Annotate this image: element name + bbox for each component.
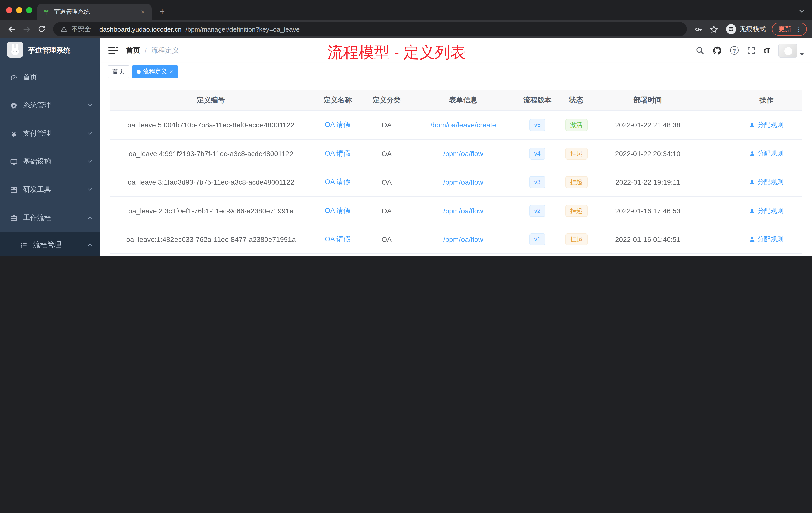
sidebar-item-process-management[interactable]: 流程管理 xyxy=(0,232,100,256)
assign-rule-button[interactable]: 分配规则 xyxy=(750,120,784,129)
sidebar: 芋道管理系统 首页 系统管理 ¥ 支付管理 xyxy=(0,38,100,256)
tab-close-icon[interactable]: × xyxy=(139,8,147,16)
cell-filler xyxy=(700,225,731,253)
chevron-down-icon xyxy=(88,102,92,107)
sidebar-item-label: 研发工具 xyxy=(23,185,51,194)
browser-window: 芋道管理系统 × + 不安全 dashboard.yudao.iocoder.c… xyxy=(0,0,812,256)
user-menu[interactable] xyxy=(778,43,804,58)
tag-close-icon[interactable]: × xyxy=(170,68,173,75)
browser-update-button[interactable]: 更新 ⋮ xyxy=(772,23,807,36)
definition-name-link[interactable]: OA 请假 xyxy=(325,235,351,243)
form-link[interactable]: /bpm/oa/flow xyxy=(443,235,483,243)
security-label[interactable]: 不安全 xyxy=(71,25,91,34)
security-warning-icon xyxy=(60,26,67,33)
table-row: oa_leave:1:482ec033-762a-11ec-8477-a2380… xyxy=(111,225,802,253)
tag-process-definition[interactable]: 流程定义 × xyxy=(132,65,178,78)
version-tag: v3 xyxy=(529,176,545,188)
sidebar-item-home[interactable]: 首页 xyxy=(0,63,100,91)
browser-menu-dots-icon[interactable]: ⋮ xyxy=(795,26,803,33)
version-tag: v5 xyxy=(529,119,545,131)
person-icon xyxy=(750,208,755,214)
sidebar-item-label: 首页 xyxy=(23,73,37,82)
back-button[interactable] xyxy=(5,23,18,36)
tags-view-bar: 首页 流程定义 × xyxy=(100,63,812,80)
tab-title: 芋道管理系统 xyxy=(54,7,135,16)
status-tag: 挂起 xyxy=(565,147,587,159)
assign-rule-button[interactable]: 分配规则 xyxy=(750,235,784,244)
col-definition-id: 定义编号 xyxy=(111,90,311,111)
tag-home[interactable]: 首页 xyxy=(108,65,129,78)
col-definition-category: 定义分类 xyxy=(364,90,409,111)
col-actions: 操作 xyxy=(731,90,802,111)
breadcrumb-home[interactable]: 首页 xyxy=(126,46,140,55)
avatar-caret-icon xyxy=(800,53,804,56)
cell-definition-id: oa_leave:4:991f2193-7b7f-11ec-a3c8-acde4… xyxy=(111,139,311,168)
navbar-actions: ? tT xyxy=(696,43,804,58)
definition-name-link[interactable]: OA 请假 xyxy=(325,149,351,157)
window-controls xyxy=(6,7,32,13)
window-zoom-button[interactable] xyxy=(26,7,32,13)
incognito-icon xyxy=(726,24,736,34)
sidebar-item-payment[interactable]: ¥ 支付管理 xyxy=(0,119,100,148)
cell-deploy-time: 2022-01-16 01:40:51 xyxy=(595,225,700,253)
sidebar-item-infrastructure[interactable]: 基础设施 xyxy=(0,148,100,176)
form-link[interactable]: /bpm/oa/flow xyxy=(443,207,483,215)
table-row: oa_leave:4:991f2193-7b7f-11ec-a3c8-acde4… xyxy=(111,139,802,168)
new-tab-button[interactable]: + xyxy=(156,5,169,18)
person-icon xyxy=(750,150,755,156)
password-key-icon[interactable] xyxy=(692,23,705,36)
col-process-version: 流程版本 xyxy=(517,90,557,111)
version-tag: v1 xyxy=(529,233,545,245)
table-header-row: 定义编号 定义名称 定义分类 表单信息 流程版本 状态 部署时间 操作 xyxy=(111,90,802,111)
url-domain: dashboard.yudao.iocoder.cn xyxy=(99,25,181,33)
cell-category: OA xyxy=(364,168,409,196)
fullscreen-icon[interactable] xyxy=(747,47,755,55)
definition-name-link[interactable]: OA 请假 xyxy=(325,120,351,128)
version-tag: v4 xyxy=(529,147,545,159)
hamburger-icon[interactable] xyxy=(109,46,118,55)
assign-rule-button[interactable]: 分配规则 xyxy=(750,177,784,186)
user-avatar[interactable] xyxy=(778,43,798,58)
col-filler xyxy=(700,90,731,111)
top-navbar: 首页 / 流程定义 ? tT xyxy=(100,38,812,63)
sidebar-item-label: 系统管理 xyxy=(23,101,51,110)
cell-deploy-time: 2022-01-22 21:48:38 xyxy=(595,111,700,139)
dashboard-icon xyxy=(10,73,18,81)
update-label: 更新 xyxy=(778,25,791,34)
chevron-down-icon xyxy=(88,187,92,191)
font-size-icon[interactable]: tT xyxy=(764,46,770,55)
cell-category: OA xyxy=(364,111,409,139)
browser-tab[interactable]: 芋道管理系统 × xyxy=(37,3,152,20)
cell-filler xyxy=(700,139,731,168)
tab-search-chevron-icon[interactable] xyxy=(799,6,805,15)
bookmark-star-icon[interactable] xyxy=(707,23,720,36)
github-icon[interactable] xyxy=(713,46,722,55)
search-icon[interactable] xyxy=(696,46,704,55)
version-tag: v2 xyxy=(529,205,545,217)
assign-rule-button[interactable]: 分配规则 xyxy=(750,149,784,158)
definition-name-link[interactable]: OA 请假 xyxy=(325,177,351,185)
address-bar[interactable]: 不安全 dashboard.yudao.iocoder.cn/bpm/manag… xyxy=(53,22,687,36)
window-close-button[interactable] xyxy=(6,7,12,13)
person-icon xyxy=(750,236,755,242)
cell-filler xyxy=(700,168,731,196)
sidebar-item-system[interactable]: 系统管理 xyxy=(0,91,100,119)
form-link[interactable]: /bpm/oa/leave/create xyxy=(430,121,496,129)
form-link[interactable]: /bpm/oa/flow xyxy=(443,178,483,186)
person-icon xyxy=(750,179,755,185)
sidebar-item-workflow[interactable]: 工作流程 xyxy=(0,204,100,232)
window-minimize-button[interactable] xyxy=(16,7,22,13)
forward-button[interactable] xyxy=(20,23,33,36)
reload-button[interactable] xyxy=(35,23,48,36)
toolbox-icon xyxy=(10,186,18,193)
help-icon[interactable]: ? xyxy=(730,46,739,55)
sidebar-item-devtools[interactable]: 研发工具 xyxy=(0,176,100,204)
cell-category: OA xyxy=(364,196,409,225)
briefcase-icon xyxy=(10,214,18,221)
form-link[interactable]: /bpm/oa/flow xyxy=(443,149,483,157)
definition-name-link[interactable]: OA 请假 xyxy=(325,206,351,214)
person-icon xyxy=(750,122,755,128)
assign-rule-button[interactable]: 分配规则 xyxy=(750,206,784,215)
app-shell: 芋道管理系统 首页 系统管理 ¥ 支付管理 xyxy=(0,38,812,256)
url-path: /bpm/manager/definition?key=oa_leave xyxy=(185,25,680,33)
